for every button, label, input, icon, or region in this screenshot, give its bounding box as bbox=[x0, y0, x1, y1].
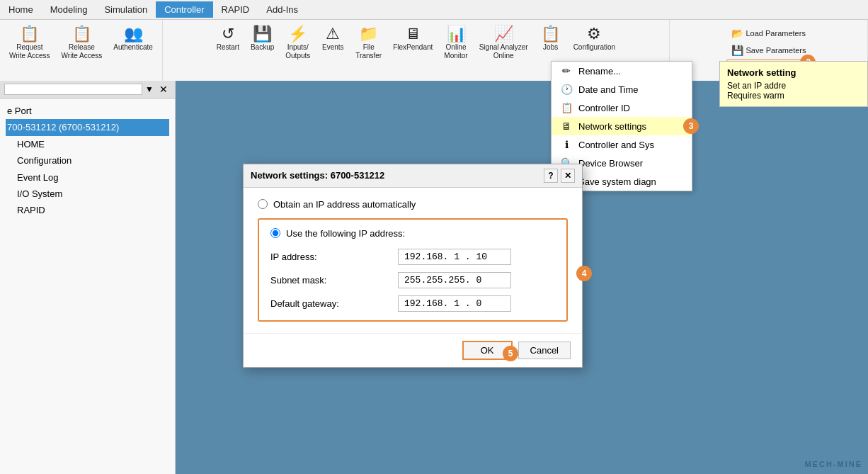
dialog-body: Obtain an IP address automatically Use t… bbox=[244, 188, 582, 333]
radio-auto-input[interactable] bbox=[258, 199, 268, 209]
step4-badge: 4 bbox=[576, 266, 592, 281]
network-settings-dialog: Network settings: 6700-531212 ? ✕ Obtain… bbox=[243, 164, 583, 368]
subnet-mask-label: Subnet mask: bbox=[270, 275, 398, 286]
radio-auto-option[interactable]: Obtain an IP address automatically bbox=[258, 199, 568, 210]
subnet-mask-input[interactable] bbox=[398, 272, 511, 288]
subnet-mask-row: Subnet mask: bbox=[270, 272, 555, 288]
dialog-footer: OK 5 Cancel bbox=[244, 333, 582, 367]
radio-manual-option[interactable]: Use the following IP address: bbox=[270, 228, 555, 239]
dialog-titlebar: Network settings: 6700-531212 ? ✕ bbox=[244, 164, 582, 188]
default-gateway-label: Default gateway: bbox=[270, 298, 398, 309]
radio-manual-input[interactable] bbox=[270, 228, 280, 238]
ip-address-row: IP address: bbox=[270, 249, 555, 265]
default-gateway-input[interactable] bbox=[398, 295, 511, 312]
dialog-help-button[interactable]: ? bbox=[544, 169, 558, 183]
ip-address-label: IP address: bbox=[270, 252, 398, 262]
default-gateway-row: Default gateway: bbox=[270, 295, 555, 312]
step5-badge: 5 bbox=[503, 346, 518, 361]
ip-section: Use the following IP address: IP address… bbox=[258, 218, 568, 322]
dialog-titlebar-buttons: ? ✕ bbox=[544, 169, 575, 183]
dialog-cancel-button[interactable]: Cancel bbox=[518, 342, 571, 359]
dialog-close-button[interactable]: ✕ bbox=[561, 169, 575, 183]
dialog-title: Network settings: 6700-531212 bbox=[251, 170, 384, 181]
radio-manual-label: Use the following IP address: bbox=[286, 228, 405, 239]
dialog-overlay: Network settings: 6700-531212 ? ✕ Obtain… bbox=[0, 0, 868, 474]
radio-auto-label: Obtain an IP address automatically bbox=[273, 199, 416, 210]
ip-address-input[interactable] bbox=[398, 249, 511, 265]
